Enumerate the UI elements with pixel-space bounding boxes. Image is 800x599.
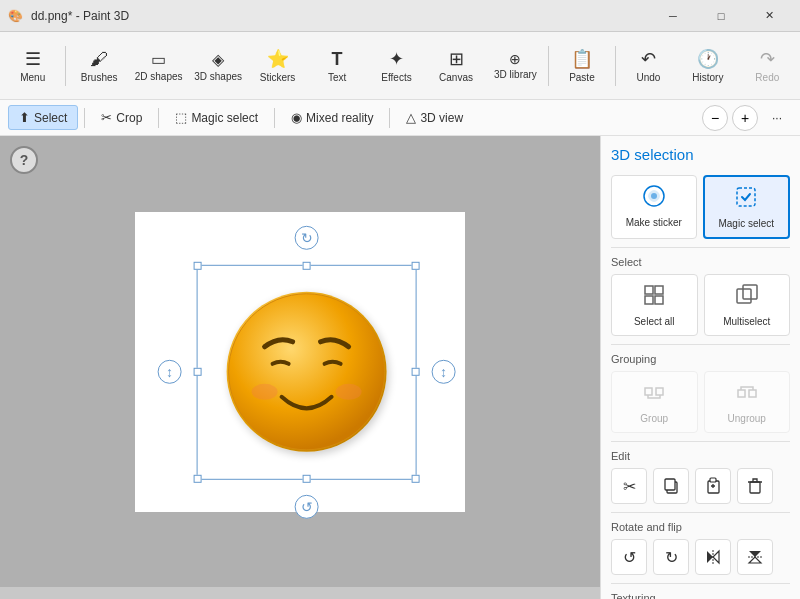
toolbar-text[interactable]: T Text bbox=[308, 36, 365, 96]
make-sticker-button[interactable]: Make sticker bbox=[611, 175, 697, 239]
edit-section-label: Edit bbox=[611, 450, 790, 462]
brushes-icon: 🖌 bbox=[90, 49, 108, 70]
toolbar-paste[interactable]: 📋 Paste bbox=[553, 36, 610, 96]
restore-button[interactable]: □ bbox=[698, 0, 744, 32]
subbar-sep-3 bbox=[274, 108, 275, 128]
select-all-icon bbox=[642, 283, 666, 312]
text-icon: T bbox=[332, 49, 343, 70]
text-label: Text bbox=[328, 72, 346, 83]
subbar: ⬆ Select ✂ Crop ⬚ Magic select ◉ Mixed r… bbox=[0, 100, 800, 136]
svg-rect-12 bbox=[645, 388, 652, 395]
main: ? bbox=[0, 136, 800, 599]
multiselect-button[interactable]: Multiselect bbox=[704, 274, 791, 336]
3d-library-label: 3D library bbox=[494, 69, 537, 80]
canvas-scrollbar[interactable] bbox=[0, 587, 600, 599]
magic-select-panel-icon bbox=[734, 185, 758, 214]
right-panel: 3D selection Make sticker Magic select S… bbox=[600, 136, 800, 599]
minimize-button[interactable]: ─ bbox=[650, 0, 696, 32]
svg-rect-15 bbox=[749, 390, 756, 397]
group-button[interactable]: Group bbox=[611, 371, 698, 433]
rotate-right-button[interactable]: ↻ bbox=[653, 539, 689, 575]
magic-select-button[interactable]: ⬚ Magic select bbox=[165, 106, 268, 129]
mixed-reality-icon: ◉ bbox=[291, 110, 302, 125]
history-label: History bbox=[692, 72, 723, 83]
crop-button[interactable]: ✂ Crop bbox=[91, 106, 152, 129]
subbar-right: − + ··· bbox=[702, 105, 792, 131]
svg-point-4 bbox=[651, 193, 657, 199]
svg-rect-14 bbox=[738, 390, 745, 397]
svg-rect-11 bbox=[743, 285, 757, 299]
divider-1 bbox=[611, 247, 790, 248]
svg-rect-17 bbox=[665, 479, 675, 490]
more-button[interactable]: ··· bbox=[762, 105, 792, 131]
select-icon: ⬆ bbox=[19, 110, 30, 125]
2d-shapes-icon: ▭ bbox=[151, 50, 166, 69]
flip-vertical-button[interactable] bbox=[737, 539, 773, 575]
crop-icon: ✂ bbox=[101, 110, 112, 125]
canvas-label: Canvas bbox=[439, 72, 473, 83]
toolbar: ☰ Menu 🖌 Brushes ▭ 2D shapes ◈ 3D shapes… bbox=[0, 32, 800, 100]
edit-buttons: ✂ bbox=[611, 468, 790, 504]
ungroup-button[interactable]: Ungroup bbox=[704, 371, 791, 433]
titlebar: 🎨 dd.png* - Paint 3D ─ □ ✕ bbox=[0, 0, 800, 32]
titlebar-title: dd.png* - Paint 3D bbox=[31, 9, 129, 23]
copy-button[interactable] bbox=[653, 468, 689, 504]
zoom-out-button[interactable]: − bbox=[702, 105, 728, 131]
titlebar-controls: ─ □ ✕ bbox=[650, 0, 792, 32]
3d-view-label: 3D view bbox=[420, 111, 463, 125]
zoom-in-button[interactable]: + bbox=[732, 105, 758, 131]
subbar-sep-2 bbox=[158, 108, 159, 128]
stickers-icon: ⭐ bbox=[267, 48, 289, 70]
toolbar-3d-library[interactable]: ⊕ 3D library bbox=[487, 36, 544, 96]
3d-shapes-label: 3D shapes bbox=[194, 71, 242, 82]
toolbar-brushes[interactable]: 🖌 Brushes bbox=[70, 36, 127, 96]
select-button[interactable]: ⬆ Select bbox=[8, 105, 78, 130]
toolbar-menu[interactable]: ☰ Menu bbox=[4, 36, 61, 96]
help-button[interactable]: ? bbox=[10, 146, 38, 174]
toolbar-undo[interactable]: ↶ Undo bbox=[620, 36, 677, 96]
redo-icon: ↷ bbox=[760, 48, 775, 70]
select-all-button[interactable]: Select all bbox=[611, 274, 698, 336]
redo-label: Redo bbox=[755, 72, 779, 83]
toolbar-divider-1 bbox=[65, 46, 66, 86]
toolbar-history[interactable]: 🕐 History bbox=[679, 36, 736, 96]
delete-button[interactable] bbox=[737, 468, 773, 504]
2d-shapes-label: 2D shapes bbox=[135, 71, 183, 82]
subbar-sep-4 bbox=[389, 108, 390, 128]
ungroup-label: Ungroup bbox=[728, 413, 766, 424]
multiselect-icon bbox=[735, 283, 759, 312]
effects-icon: ✦ bbox=[389, 48, 404, 70]
canvas-area[interactable]: ? bbox=[0, 136, 600, 599]
magic-select-label: Magic select bbox=[191, 111, 258, 125]
magic-select-panel-label: Magic select bbox=[718, 218, 774, 229]
flip-horizontal-button[interactable] bbox=[695, 539, 731, 575]
ungroup-icon bbox=[735, 380, 759, 409]
svg-rect-10 bbox=[737, 289, 751, 303]
close-button[interactable]: ✕ bbox=[746, 0, 792, 32]
divider-2 bbox=[611, 344, 790, 345]
undo-label: Undo bbox=[636, 72, 660, 83]
3d-view-button[interactable]: △ 3D view bbox=[396, 106, 473, 129]
svg-rect-13 bbox=[656, 388, 663, 395]
magic-select-panel-button[interactable]: Magic select bbox=[703, 175, 791, 239]
menu-label: Menu bbox=[20, 72, 45, 83]
grouping-section-label: Grouping bbox=[611, 353, 790, 365]
magic-select-icon: ⬚ bbox=[175, 110, 187, 125]
toolbar-3d-shapes[interactable]: ◈ 3D shapes bbox=[189, 36, 246, 96]
select-label: Select bbox=[34, 111, 67, 125]
paste-special-button[interactable] bbox=[695, 468, 731, 504]
canvas-background bbox=[135, 212, 465, 512]
make-sticker-label: Make sticker bbox=[626, 217, 682, 228]
toolbar-redo[interactable]: ↷ Redo bbox=[739, 36, 796, 96]
paste-icon: 📋 bbox=[571, 48, 593, 70]
toolbar-canvas[interactable]: ⊞ Canvas bbox=[427, 36, 484, 96]
group-label: Group bbox=[640, 413, 668, 424]
mixed-reality-button[interactable]: ◉ Mixed reality bbox=[281, 106, 383, 129]
cut-button[interactable]: ✂ bbox=[611, 468, 647, 504]
rotate-left-button[interactable]: ↺ bbox=[611, 539, 647, 575]
toolbar-stickers[interactable]: ⭐ Stickers bbox=[249, 36, 306, 96]
toolbar-effects[interactable]: ✦ Effects bbox=[368, 36, 425, 96]
divider-3 bbox=[611, 441, 790, 442]
grouping-buttons: Group Ungroup bbox=[611, 371, 790, 433]
toolbar-2d-shapes[interactable]: ▭ 2D shapes bbox=[130, 36, 187, 96]
